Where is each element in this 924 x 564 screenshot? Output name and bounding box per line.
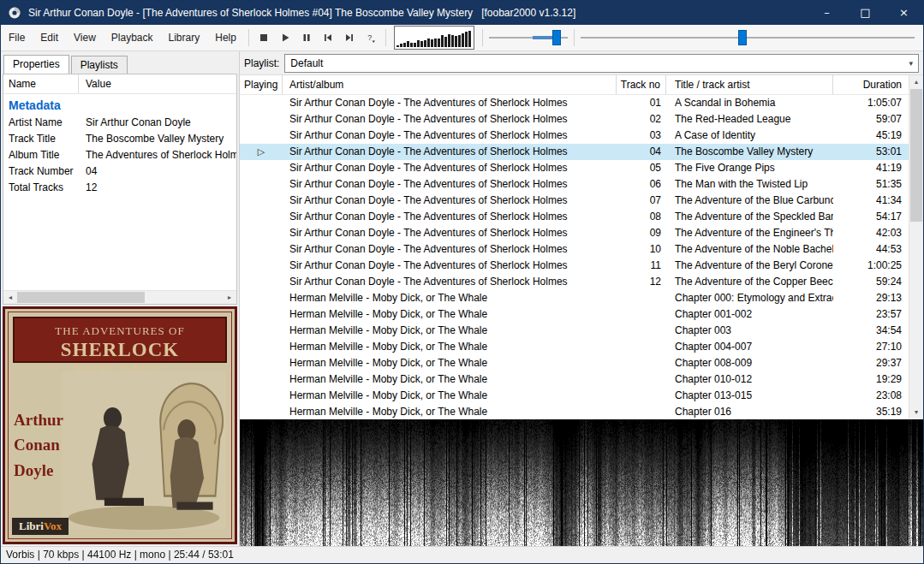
scroll-up-icon[interactable]: ▴ xyxy=(909,75,923,89)
status-bar: Vorbis | 70 kbps | 44100 Hz | mono | 25:… xyxy=(1,546,923,563)
tab-playlists[interactable]: Playlists xyxy=(71,56,128,74)
close-button[interactable]: × xyxy=(885,1,923,25)
cell-title: The Adventure of the Blue Carbuncle xyxy=(666,193,833,209)
cell-trackno: 11 xyxy=(617,258,666,274)
column-title[interactable]: Title / track artist xyxy=(666,75,833,94)
property-row[interactable]: Track Number 04 xyxy=(3,163,236,180)
cell-duration: 23:57 xyxy=(833,306,909,323)
property-row[interactable]: Album Title The Adventures of Sherlock H… xyxy=(3,147,236,163)
column-trackno[interactable]: Track no xyxy=(617,75,666,94)
cell-trackno: 07 xyxy=(617,193,666,209)
album-art-author-word: Doyle xyxy=(14,458,63,483)
previous-button[interactable] xyxy=(318,27,338,48)
column-playing[interactable]: Playing xyxy=(240,75,283,94)
properties-hscrollbar[interactable]: ◂ ▸ xyxy=(3,290,236,304)
table-row[interactable]: Herman Melville - Moby Dick, or The Whal… xyxy=(240,290,909,306)
table-row[interactable]: Sir Arthur Conan Doyle - The Adventures … xyxy=(240,225,909,241)
cell-artist: Herman Melville - Moby Dick, or The Whal… xyxy=(283,388,617,404)
cell-title: Chapter 004-007 xyxy=(666,339,833,355)
scroll-right-icon[interactable]: ▸ xyxy=(223,291,236,304)
table-row[interactable]: Sir Arthur Conan Doyle - The Adventures … xyxy=(240,160,909,176)
table-row[interactable]: Sir Arthur Conan Doyle - The Adventures … xyxy=(240,258,909,274)
cell-trackno xyxy=(617,404,666,419)
vscroll-track[interactable] xyxy=(909,89,923,406)
table-row[interactable]: Herman Melville - Moby Dick, or The Whal… xyxy=(240,404,909,419)
menu-library[interactable]: Library xyxy=(161,25,208,50)
properties-column-value[interactable]: Value xyxy=(79,74,236,93)
cell-trackno: 08 xyxy=(617,209,666,225)
seek-thumb[interactable] xyxy=(738,30,747,45)
menu-view[interactable]: View xyxy=(66,25,104,50)
property-row[interactable]: Track Title The Boscombe Valley Mystery xyxy=(3,131,236,147)
volume-thumb[interactable] xyxy=(552,30,561,45)
table-row[interactable]: Herman Melville - Moby Dick, or The Whal… xyxy=(240,355,909,371)
table-row[interactable]: Herman Melville - Moby Dick, or The Whal… xyxy=(240,388,909,404)
table-row[interactable]: Herman Melville - Moby Dick, or The Whal… xyxy=(240,371,909,388)
titlebar[interactable]: Sir Arthur Conan Doyle - [The Adventures… xyxy=(1,1,923,25)
table-row[interactable]: Sir Arthur Conan Doyle - The Adventures … xyxy=(240,128,909,144)
column-artist[interactable]: Artist/album xyxy=(283,75,617,94)
property-row[interactable]: Total Tracks 12 xyxy=(3,180,236,196)
cell-trackno: 10 xyxy=(617,241,666,258)
scroll-down-icon[interactable]: ▾ xyxy=(909,406,923,419)
hscroll-thumb[interactable] xyxy=(17,292,145,303)
cell-title: Chapter 003 xyxy=(666,323,833,339)
cell-duration: 41:19 xyxy=(833,160,909,176)
vscroll-thumb[interactable] xyxy=(910,89,922,222)
next-button[interactable] xyxy=(339,27,360,48)
stop-button[interactable] xyxy=(253,27,274,48)
table-row[interactable]: ▷ Sir Arthur Conan Doyle - The Adventure… xyxy=(240,144,909,160)
play-button[interactable] xyxy=(275,27,295,48)
cell-title: The Five Orange Pips xyxy=(666,160,833,176)
cell-duration: 59:24 xyxy=(833,274,909,290)
cell-title: Chapter 000: Etymology and Extracts xyxy=(666,290,833,306)
menu-help[interactable]: Help xyxy=(207,25,244,50)
cell-trackno xyxy=(617,355,666,371)
tab-properties[interactable]: Properties xyxy=(3,55,69,74)
playlist-label: Playlist: xyxy=(244,57,279,69)
menu-playback[interactable]: Playback xyxy=(104,25,161,50)
property-name: Total Tracks xyxy=(3,180,79,196)
playlist-selected-value: Default xyxy=(290,57,323,69)
seek-groove xyxy=(581,37,915,39)
playing-indicator xyxy=(240,306,283,323)
pause-button[interactable] xyxy=(296,27,317,48)
table-row[interactable]: Herman Melville - Moby Dick, or The Whal… xyxy=(240,339,909,355)
table-row[interactable]: Herman Melville - Moby Dick, or The Whal… xyxy=(240,323,909,339)
table-row[interactable]: Herman Melville - Moby Dick, or The Whal… xyxy=(240,306,909,323)
stop-icon xyxy=(259,33,269,43)
cell-trackno: 03 xyxy=(617,128,666,144)
table-row[interactable]: Sir Arthur Conan Doyle - The Adventures … xyxy=(240,274,909,290)
hscroll-track[interactable] xyxy=(17,291,223,304)
property-row[interactable]: Artist Name Sir Arthur Conan Doyle xyxy=(3,115,236,131)
playlist-selector[interactable]: Default ▾ xyxy=(284,54,919,73)
cell-title: A Case of Identity xyxy=(666,128,833,144)
table-row[interactable]: Sir Arthur Conan Doyle - The Adventures … xyxy=(240,111,909,128)
scroll-left-icon[interactable]: ◂ xyxy=(3,291,17,304)
publisher-libri: Libri xyxy=(19,519,44,532)
window-title: Sir Arthur Conan Doyle - [The Adventures… xyxy=(28,7,808,19)
maximize-button[interactable]: □ xyxy=(846,1,885,25)
playing-indicator xyxy=(240,355,283,371)
menu-edit[interactable]: Edit xyxy=(33,25,66,50)
toolbar-separator xyxy=(385,29,386,46)
properties-column-name[interactable]: Name xyxy=(3,74,79,93)
table-row[interactable]: Sir Arthur Conan Doyle - The Adventures … xyxy=(240,95,909,111)
table-row[interactable]: Sir Arthur Conan Doyle - The Adventures … xyxy=(240,241,909,258)
volume-slider[interactable] xyxy=(487,27,569,49)
playing-indicator xyxy=(240,241,283,258)
table-row[interactable]: Sir Arthur Conan Doyle - The Adventures … xyxy=(240,193,909,209)
cell-duration: 54:17 xyxy=(833,209,909,225)
table-row[interactable]: Sir Arthur Conan Doyle - The Adventures … xyxy=(240,176,909,193)
seek-bar[interactable] xyxy=(579,27,916,49)
random-button[interactable]: ? xyxy=(361,27,381,48)
toolbar-separator xyxy=(482,29,483,46)
playlist-vscrollbar[interactable]: ▴ ▾ xyxy=(909,75,923,419)
cell-title: The Adventure of the Beryl Coronet xyxy=(666,258,833,274)
minimize-button[interactable]: – xyxy=(808,1,846,25)
transport-controls: ? xyxy=(253,27,381,48)
property-name: Album Title xyxy=(3,147,79,163)
column-duration[interactable]: Duration xyxy=(833,75,909,94)
menu-file[interactable]: File xyxy=(1,25,33,50)
table-row[interactable]: Sir Arthur Conan Doyle - The Adventures … xyxy=(240,209,909,225)
